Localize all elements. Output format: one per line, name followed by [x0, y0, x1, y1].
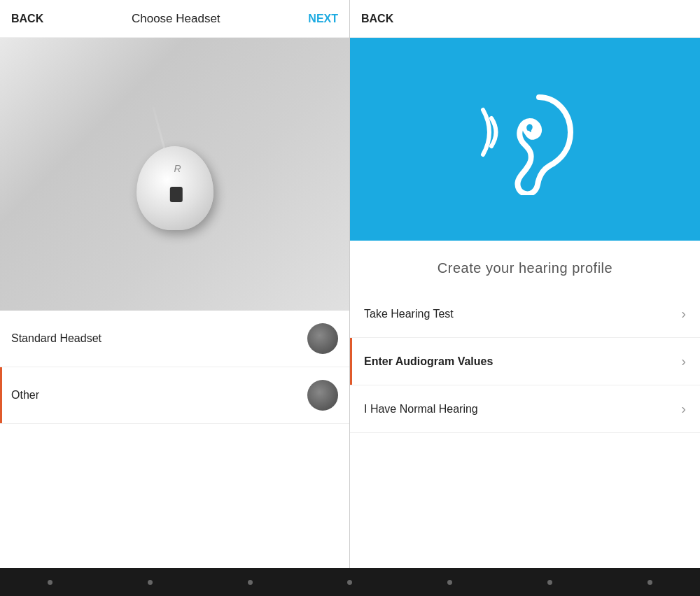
- normal-hearing-item[interactable]: I Have Normal Hearing ›: [350, 385, 700, 433]
- other-headset-thumb: [307, 380, 338, 411]
- nav-dot-2: [148, 580, 153, 585]
- nav-dot-5: [447, 580, 452, 585]
- hearing-icon: [476, 83, 574, 195]
- nav-dot-4: [347, 580, 352, 585]
- headset-image: R: [0, 38, 349, 311]
- earbud-dot: [169, 187, 182, 202]
- headset-item-other[interactable]: Other: [0, 367, 349, 424]
- left-panel: BACK Choose Headset NEXT R Standard Head…: [0, 0, 350, 568]
- standard-thumb-image: [307, 323, 338, 354]
- enter-audiogram-item[interactable]: Enter Audiogram Values ›: [350, 338, 700, 385]
- other-headset-label: Other: [11, 389, 39, 402]
- nav-dot-6: [547, 580, 552, 585]
- take-hearing-test-label: Take Hearing Test: [364, 308, 454, 320]
- headset-item-standard[interactable]: Standard Headset: [0, 311, 349, 367]
- normal-hearing-chevron: ›: [681, 401, 686, 417]
- nav-dot-1: [48, 580, 52, 585]
- enter-audiogram-chevron: ›: [681, 353, 686, 369]
- hearing-banner: [350, 38, 700, 241]
- headset-image-bg: R: [0, 38, 349, 311]
- left-header: BACK Choose Headset NEXT: [0, 0, 349, 38]
- nav-dot-7: [648, 580, 652, 585]
- headset-list: Standard Headset Other: [0, 311, 349, 568]
- standard-headset-label: Standard Headset: [11, 332, 102, 345]
- left-panel-title: Choose Headset: [132, 12, 220, 26]
- hearing-options: Take Hearing Test › Enter Audiogram Valu…: [350, 290, 700, 568]
- bottom-nav: [0, 568, 700, 596]
- r-label: R: [174, 163, 181, 174]
- enter-audiogram-label: Enter Audiogram Values: [364, 355, 493, 368]
- right-back-button[interactable]: BACK: [361, 13, 393, 25]
- next-button[interactable]: NEXT: [308, 13, 338, 25]
- nav-dot-3: [248, 580, 253, 585]
- left-back-button[interactable]: BACK: [11, 13, 43, 25]
- hearing-icon-wrap: [476, 83, 574, 195]
- right-panel: BACK Create your hearing profile Take He…: [350, 0, 700, 568]
- take-hearing-test-chevron: ›: [681, 306, 686, 322]
- take-hearing-test-item[interactable]: Take Hearing Test ›: [350, 290, 700, 338]
- other-thumb-image: [307, 380, 338, 411]
- earbud-body: R: [136, 146, 214, 230]
- right-header: BACK: [350, 0, 700, 38]
- earphone-shape: R: [112, 104, 238, 244]
- profile-subtitle: Create your hearing profile: [350, 241, 700, 290]
- standard-headset-thumb: [307, 323, 338, 354]
- normal-hearing-label: I Have Normal Hearing: [364, 403, 478, 416]
